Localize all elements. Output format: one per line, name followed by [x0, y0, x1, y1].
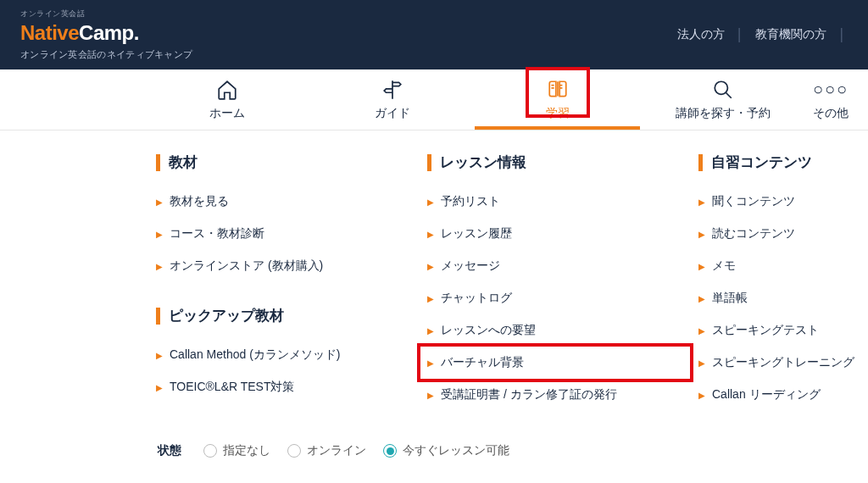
triangle-icon: ▶	[427, 358, 434, 368]
menu-label: メッセージ	[441, 258, 500, 274]
menu-speaking-test[interactable]: ▶スピーキングテスト	[698, 314, 868, 347]
triangle-icon: ▶	[156, 230, 163, 239]
logo-native: Native	[20, 21, 79, 44]
menu-vocabulary[interactable]: ▶単語帳	[698, 282, 868, 314]
header: オンライン英会話 NativeCamp. オンライン英会話のネイティブキャンプ …	[0, 0, 868, 69]
status-label: 状態	[158, 443, 181, 458]
menu-reservation-list[interactable]: ▶予約リスト	[427, 186, 690, 218]
nav-label: ガイド	[375, 106, 410, 121]
menu-callan-reading[interactable]: ▶Callan リーディング	[698, 379, 868, 411]
triangle-icon: ▶	[698, 358, 705, 368]
triangle-icon: ▶	[698, 326, 705, 336]
menu-label: Callan リーディング	[712, 387, 821, 402]
menu-label: スピーキングテスト	[712, 323, 819, 338]
header-link-education[interactable]: 教育機関の方	[755, 27, 826, 42]
section-title-lesson-info: レッスン情報	[427, 153, 690, 172]
divider: │	[838, 28, 846, 42]
menu-label: 読むコンテンツ	[712, 226, 795, 242]
nav-label: その他	[813, 106, 849, 121]
section-title-text: 自習コンテンツ	[711, 153, 812, 172]
logo-subtitle: オンライン英会話のネイティブキャンプ	[20, 48, 192, 61]
menu-toeic[interactable]: ▶TOEIC®L&R TEST対策	[156, 371, 419, 403]
search-icon	[712, 79, 734, 101]
menu-label: 聞くコンテンツ	[712, 194, 795, 209]
option-label: 指定なし	[223, 443, 270, 458]
menu-certificate[interactable]: ▶受講証明書 / カラン修了証の発行	[427, 379, 690, 411]
option-label: 今すぐレッスン可能	[403, 443, 509, 458]
triangle-icon: ▶	[698, 391, 705, 400]
triangle-icon: ▶	[427, 326, 434, 336]
radio-icon	[203, 444, 217, 458]
menu-virtual-background[interactable]: ▶バーチャル背景	[420, 347, 690, 379]
triangle-icon: ▶	[698, 262, 705, 271]
nav-find-tutor[interactable]: 講師を探す・予約	[640, 69, 805, 130]
radio-icon	[287, 444, 301, 458]
menu-label: メモ	[712, 258, 736, 274]
menu-label: Callan Method (カランメソッド)	[170, 347, 341, 363]
menu-course-diagnosis[interactable]: ▶コース・教材診断	[156, 218, 419, 250]
section-title-materials: 教材	[156, 153, 419, 172]
section-title-text: 教材	[169, 153, 198, 172]
section-title-self-study: 自習コンテンツ	[698, 153, 868, 172]
triangle-icon: ▶	[156, 351, 163, 360]
menu-memo[interactable]: ▶メモ	[698, 250, 868, 282]
status-filter-bar: 状態 指定なし オンライン 今すぐレッスン可能	[0, 436, 868, 465]
logo-area[interactable]: オンライン英会話 NativeCamp. オンライン英会話のネイティブキャンプ	[20, 8, 192, 61]
accent-bar	[156, 308, 160, 325]
menu-lesson-history[interactable]: ▶レッスン履歴	[427, 218, 690, 250]
status-option-available-now[interactable]: 今すぐレッスン可能	[383, 443, 509, 458]
menu-label: 単語帳	[712, 291, 748, 306]
triangle-icon: ▶	[698, 230, 705, 239]
nav-guide[interactable]: ガイド	[309, 69, 475, 130]
menu-speaking-training[interactable]: ▶スピーキングトレーニング	[698, 347, 868, 379]
menu-label: コース・教材診断	[170, 226, 264, 242]
triangle-icon: ▶	[427, 230, 434, 239]
nav-learning[interactable]: 学習	[475, 69, 640, 130]
nav-label: ホーム	[209, 106, 245, 121]
menu-reading-content[interactable]: ▶読むコンテンツ	[698, 218, 868, 250]
more-icon: ○○○	[820, 79, 842, 101]
section-title-pickup: ピックアップ教材	[156, 306, 419, 325]
menu-lesson-requests[interactable]: ▶レッスンへの要望	[427, 314, 690, 347]
menu-label: チャットログ	[441, 291, 512, 306]
header-links: 法人の方 │ 教育機関の方 │	[677, 27, 852, 42]
triangle-icon: ▶	[427, 391, 434, 400]
logo-tagline: オンライン英会話	[20, 8, 192, 19]
radio-icon	[383, 444, 397, 458]
triangle-icon: ▶	[427, 294, 434, 303]
section-title-text: ピックアップ教材	[169, 306, 284, 325]
menu-callan-method[interactable]: ▶Callan Method (カランメソッド)	[156, 339, 419, 371]
home-icon	[216, 79, 238, 101]
menu-label: スピーキングトレーニング	[712, 355, 854, 370]
triangle-icon: ▶	[427, 262, 434, 271]
section-title-text: レッスン情報	[440, 153, 526, 172]
menu-chat-log[interactable]: ▶チャットログ	[427, 282, 690, 314]
option-label: オンライン	[307, 443, 366, 458]
menu-label: TOEIC®L&R TEST対策	[170, 380, 295, 395]
divider: │	[737, 28, 744, 42]
menu-view-materials[interactable]: ▶教材を見る	[156, 186, 419, 218]
main-nav: ホーム ガイド 学習 講師を探す・予約 ○○○ その他	[0, 69, 868, 130]
menu-label: レッスン履歴	[441, 226, 512, 242]
nav-other[interactable]: ○○○ その他	[805, 69, 856, 130]
menu-label: レッスンへの要望	[441, 323, 536, 338]
accent-bar	[427, 154, 431, 171]
logo-camp: Camp.	[79, 21, 139, 44]
status-option-none[interactable]: 指定なし	[203, 443, 270, 458]
triangle-icon: ▶	[698, 197, 705, 207]
nav-label: 講師を探す・予約	[676, 106, 771, 121]
accent-bar	[156, 154, 160, 171]
menu-online-store[interactable]: ▶オンラインストア (教材購入)	[156, 250, 419, 282]
menu-label: オンラインストア (教材購入)	[170, 258, 323, 274]
menu-listening-content[interactable]: ▶聞くコンテンツ	[698, 186, 868, 218]
nav-home[interactable]: ホーム	[144, 69, 309, 130]
dropdown-col-self-study: 自習コンテンツ ▶聞くコンテンツ ▶読むコンテンツ ▶メモ ▶単語帳 ▶スピーキ…	[698, 153, 868, 411]
triangle-icon: ▶	[156, 262, 163, 271]
header-link-corporate[interactable]: 法人の方	[677, 27, 725, 42]
status-option-online[interactable]: オンライン	[287, 443, 366, 458]
dropdown-col-lesson-info: レッスン情報 ▶予約リスト ▶レッスン履歴 ▶メッセージ ▶チャットログ ▶レッ…	[427, 153, 690, 411]
menu-label: バーチャル背景	[441, 355, 524, 370]
logo: NativeCamp.	[20, 21, 192, 45]
menu-messages[interactable]: ▶メッセージ	[427, 250, 690, 282]
menu-label: 予約リスト	[441, 194, 500, 209]
